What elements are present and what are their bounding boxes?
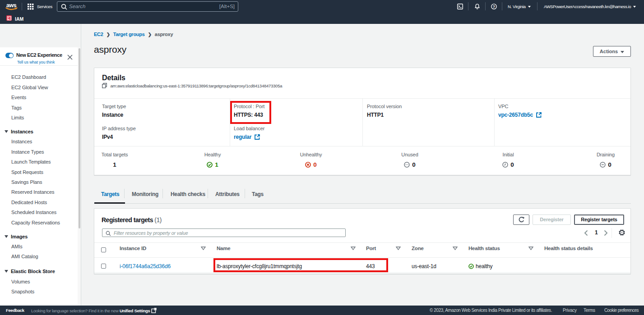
svg-text:aws: aws [6, 2, 17, 9]
svg-text:?: ? [493, 5, 495, 9]
